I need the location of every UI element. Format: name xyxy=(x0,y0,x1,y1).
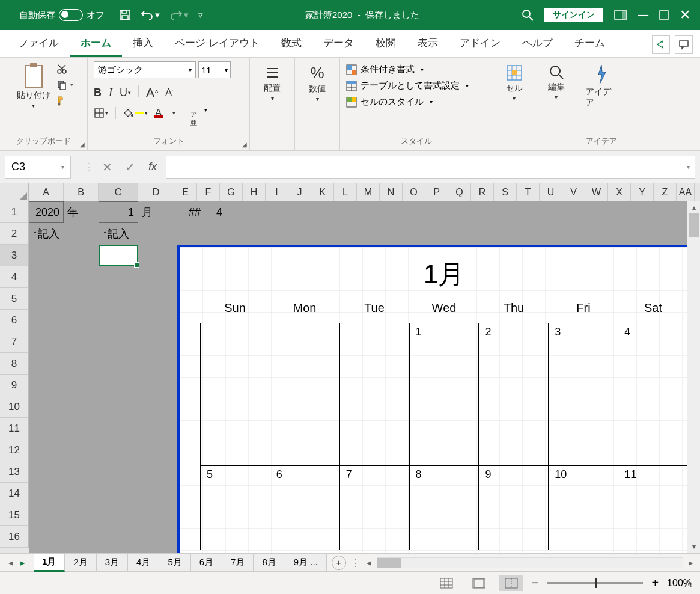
tab-help[interactable]: ヘルプ xyxy=(511,30,564,57)
row-header-6[interactable]: 6 xyxy=(0,310,29,331)
sheet-tab-8[interactable]: 8月 xyxy=(254,554,285,571)
tab-formulas[interactable]: 数式 xyxy=(270,30,312,57)
vertical-scrollbar[interactable]: ▴ ▾ xyxy=(687,201,700,553)
col-header-X[interactable]: X xyxy=(608,183,631,201)
font-color-button[interactable]: A▾ xyxy=(155,107,175,119)
w1d5[interactable]: 2 xyxy=(479,323,549,465)
col-header-H[interactable]: H xyxy=(243,183,266,201)
w2d2[interactable]: 6 xyxy=(270,466,340,550)
cell-C2[interactable]: ↑記入 xyxy=(99,223,165,245)
tab-view[interactable]: 表示 xyxy=(407,30,449,57)
col-header-E[interactable]: E xyxy=(174,183,197,201)
qat-customize[interactable]: ▿ xyxy=(198,10,203,20)
w2d1[interactable]: 5 xyxy=(201,466,270,550)
cut-button[interactable] xyxy=(56,64,73,75)
sheet-tab-3[interactable]: 3月 xyxy=(97,554,128,571)
close-button[interactable]: ✕ xyxy=(680,7,690,23)
col-header-J[interactable]: J xyxy=(288,183,311,201)
italic-button[interactable]: I xyxy=(109,85,112,100)
row-header-7[interactable]: 7 xyxy=(0,331,29,353)
zoom-slider[interactable] xyxy=(547,582,643,584)
cells-grid[interactable]: 2020 年 1 月 ## 4 ↑記入 ↑記入 1月 Sun xyxy=(29,201,700,553)
alignment-button[interactable]: 配置 ▾ xyxy=(261,61,284,104)
decrease-font-button[interactable]: Aˇ xyxy=(165,85,174,100)
ribbon-display-icon[interactable] xyxy=(614,10,627,20)
cancel-formula-button[interactable]: ✕ xyxy=(97,156,117,179)
tab-insert[interactable]: 挿入 xyxy=(122,30,164,57)
scroll-up-icon[interactable]: ▴ xyxy=(687,201,700,213)
cell-G1[interactable]: 4 xyxy=(208,201,231,223)
copy-button[interactable] xyxy=(56,79,73,90)
confirm-formula-button[interactable]: ✓ xyxy=(120,156,139,179)
col-header-W[interactable]: W xyxy=(585,183,608,201)
scroll-left-icon[interactable]: ◂ xyxy=(364,557,374,568)
scroll-thumb-h[interactable] xyxy=(377,558,401,568)
cell-A1[interactable]: 2020 xyxy=(29,201,64,223)
sheet-tab-4[interactable]: 4月 xyxy=(128,554,159,571)
col-header-O[interactable]: O xyxy=(403,183,425,201)
conditional-format-button[interactable]: 条件付き書式▾ xyxy=(346,64,487,75)
col-header-S[interactable]: S xyxy=(494,183,517,201)
col-header-P[interactable]: P xyxy=(425,183,448,201)
row-header-15[interactable]: 15 xyxy=(0,504,29,526)
comments-icon[interactable] xyxy=(675,35,693,54)
select-all-button[interactable] xyxy=(0,183,29,201)
cell-B1[interactable]: 年 xyxy=(64,201,99,223)
sheet-tab-2[interactable]: 2月 xyxy=(65,554,96,571)
w2d3[interactable]: 7 xyxy=(340,466,410,550)
number-button[interactable]: % 数値 ▾ xyxy=(306,61,328,105)
cell-A2[interactable]: ↑記入 xyxy=(29,223,95,245)
col-header-Q[interactable]: Q xyxy=(448,183,471,201)
font-family-select[interactable]: 游ゴシック▾ xyxy=(94,61,196,78)
maximize-button[interactable] xyxy=(659,10,669,20)
page-break-view-button[interactable] xyxy=(499,575,523,591)
w1d1[interactable] xyxy=(201,323,270,465)
w2d7[interactable]: 11 xyxy=(618,466,687,550)
font-size-select[interactable]: 11▾ xyxy=(198,61,231,78)
format-as-table-button[interactable]: テーブルとして書式設定▾ xyxy=(346,80,487,91)
w1d3[interactable] xyxy=(340,323,410,465)
row-header-2[interactable]: 2 xyxy=(0,223,29,245)
redo-button[interactable]: ▾ xyxy=(169,10,189,20)
tab-addins[interactable]: アドイン xyxy=(449,30,511,57)
row-header-12[interactable]: 12 xyxy=(0,439,29,461)
underline-button[interactable]: U▾ xyxy=(120,85,131,100)
w2d4[interactable]: 8 xyxy=(410,466,479,550)
phonetic-button[interactable]: ア亜 xyxy=(190,107,197,119)
paste-button[interactable]: 貼り付け ▾ xyxy=(14,61,53,111)
name-box[interactable]: C3▾ xyxy=(5,156,71,179)
sheet-tab-6[interactable]: 6月 xyxy=(191,554,222,571)
increase-font-button[interactable]: A^ xyxy=(146,85,158,100)
normal-view-button[interactable] xyxy=(434,575,458,591)
minimize-button[interactable]: ─ xyxy=(638,7,648,23)
row-header-3[interactable]: 3 xyxy=(0,245,29,266)
col-header-M[interactable]: M xyxy=(357,183,380,201)
col-header-K[interactable]: K xyxy=(311,183,334,201)
sheet-tab-5[interactable]: 5月 xyxy=(159,554,190,571)
bold-button[interactable]: B xyxy=(94,85,102,100)
scroll-right-icon[interactable]: ▸ xyxy=(686,557,696,568)
row-header-1[interactable]: 1 xyxy=(0,201,29,223)
tab-nav-next[interactable]: ▸ xyxy=(20,557,25,568)
w1d4[interactable]: 1 xyxy=(410,323,479,465)
page-layout-view-button[interactable] xyxy=(467,575,491,591)
w1d6[interactable]: 3 xyxy=(549,323,618,465)
col-header-Z[interactable]: Z xyxy=(654,183,677,201)
col-header-L[interactable]: L xyxy=(334,183,357,201)
tab-page-layout[interactable]: ページ レイアウト xyxy=(164,30,270,57)
row-header-8[interactable]: 8 xyxy=(0,353,29,375)
row-header-5[interactable]: 5 xyxy=(0,288,29,310)
col-header-A[interactable]: A xyxy=(29,183,64,201)
horizontal-scrollbar[interactable]: ◂ ▸ xyxy=(360,557,700,568)
col-header-D[interactable]: D xyxy=(138,183,174,201)
tab-data[interactable]: データ xyxy=(312,30,365,57)
cells-button[interactable]: セル ▾ xyxy=(503,61,526,104)
share-icon[interactable] xyxy=(652,35,670,54)
zoom-out-button[interactable]: − xyxy=(532,576,539,590)
col-header-V[interactable]: V xyxy=(562,183,585,201)
fill-color-button[interactable]: ▾ xyxy=(123,107,148,119)
row-header-14[interactable]: 14 xyxy=(0,483,29,504)
col-header-Y[interactable]: Y xyxy=(631,183,654,201)
cell-D1[interactable]: 月 xyxy=(138,201,174,223)
col-header-AA[interactable]: AA xyxy=(677,183,695,201)
